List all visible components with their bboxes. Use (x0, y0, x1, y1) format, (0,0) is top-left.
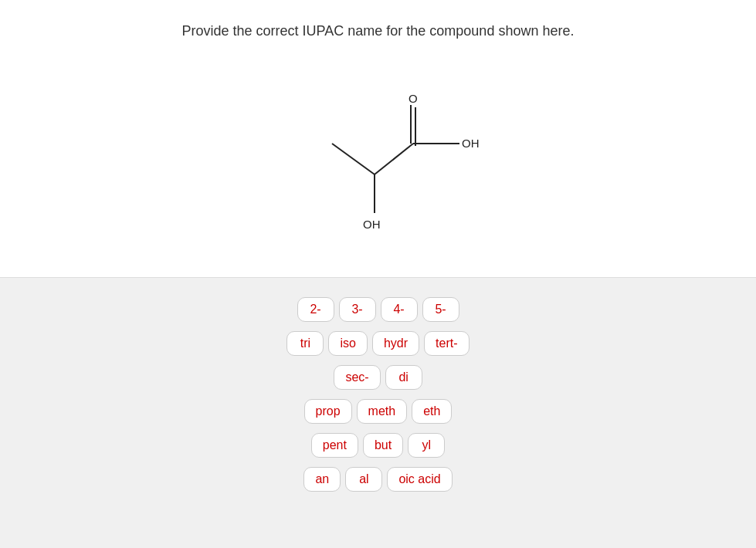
btn-pent[interactable]: pent (311, 433, 358, 458)
btn-3[interactable]: 3- (339, 297, 376, 322)
btn-hydr[interactable]: hydr (372, 331, 419, 356)
svg-text:O: O (409, 92, 418, 105)
btn-oic-acid[interactable]: oic acid (387, 467, 452, 492)
btn-yl[interactable]: yl (408, 433, 445, 458)
answer-section: 2- 3- 4- 5- tri iso hydr tert- sec- di p… (0, 278, 756, 548)
btn-sec[interactable]: sec- (334, 365, 380, 390)
btn-iso[interactable]: iso (328, 331, 367, 356)
btn-meth[interactable]: meth (357, 399, 408, 424)
btn-4[interactable]: 4- (381, 297, 418, 322)
svg-text:OH: OH (462, 137, 480, 150)
btn-al[interactable]: al (345, 467, 382, 492)
question-section: Provide the correct IUPAC name for the c… (0, 0, 756, 278)
btn-2[interactable]: 2- (297, 297, 334, 322)
btn-eth[interactable]: eth (412, 399, 452, 424)
button-row-3: sec- di (334, 365, 422, 390)
svg-line-0 (332, 144, 375, 174)
btn-5[interactable]: 5- (422, 297, 459, 322)
button-row-5: pent but yl (311, 433, 445, 458)
svg-text:OH: OH (363, 218, 381, 231)
btn-prop[interactable]: prop (304, 399, 352, 424)
question-text: Provide the correct IUPAC name for the c… (182, 23, 575, 39)
btn-tert[interactable]: tert- (424, 331, 469, 356)
btn-an[interactable]: an (303, 467, 341, 492)
btn-di[interactable]: di (385, 365, 422, 390)
molecule-svg: OH O OH (263, 63, 494, 232)
btn-but[interactable]: but (363, 433, 403, 458)
button-row-2: tri iso hydr tert- (286, 331, 469, 356)
button-row-4: prop meth eth (304, 399, 453, 424)
button-row-6: an al oic acid (303, 467, 452, 492)
btn-tri[interactable]: tri (286, 331, 324, 356)
svg-line-3 (375, 144, 413, 174)
button-row-1: 2- 3- 4- 5- (297, 297, 459, 322)
molecule-diagram: OH O OH (263, 63, 494, 240)
